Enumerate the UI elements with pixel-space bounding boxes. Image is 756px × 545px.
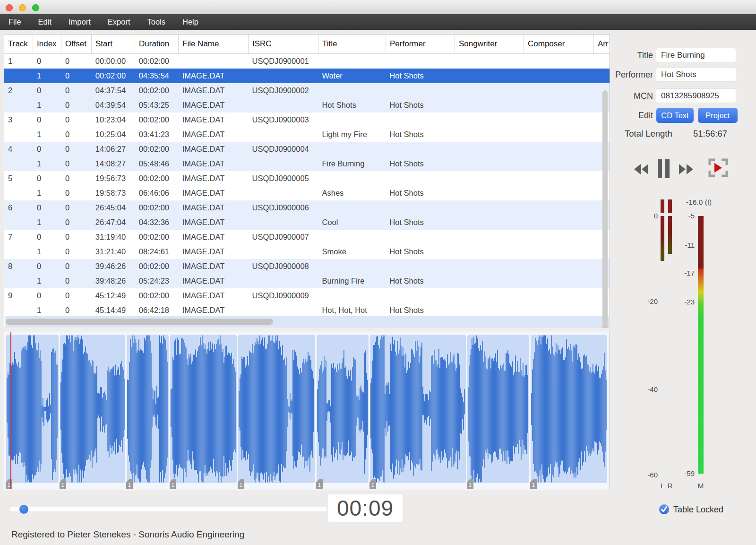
cell-title — [318, 259, 386, 274]
waveform-segment-track-5[interactable]: 1 — [238, 335, 315, 483]
project-button[interactable]: Project — [698, 108, 738, 123]
table-row[interactable]: 20004:37:5400:02:00IMAGE.DATUSQDJ0900002 — [4, 83, 610, 98]
checkmark-icon — [659, 504, 669, 514]
waveform-segment-track-3[interactable]: 1 — [127, 335, 169, 483]
table-row[interactable]: 50019:56:7300:02:00IMAGE.DATUSQDJ0900005 — [4, 171, 610, 186]
column-header-index[interactable]: Index — [33, 35, 61, 53]
table-row[interactable]: 10000:00:0000:02:00USQDJ0900001 — [4, 54, 610, 69]
table-row[interactable]: 1039:48:2605:24:23IMAGE.DATBurning FireH… — [4, 274, 610, 288]
waveform-segment-track-9[interactable]: 1 — [531, 335, 607, 483]
table-locked-checkbox[interactable] — [659, 504, 669, 514]
table-row[interactable]: 1004:39:5405:43:25IMAGE.DATHot ShotsHot … — [4, 98, 610, 112]
waveform-segment-track-6[interactable]: 1 — [317, 335, 369, 483]
cell-index: 1 — [33, 244, 61, 259]
table-row[interactable]: 40014:06:2700:02:00IMAGE.DATUSQDJ0900004 — [4, 142, 610, 156]
waveform-segment-track-1[interactable]: 1 — [6, 335, 59, 483]
cell-file-name: IMAGE.DAT — [179, 244, 249, 259]
cell-songwriter — [455, 303, 524, 318]
seek-slider-thumb[interactable] — [19, 505, 28, 514]
column-header-songwriter[interactable]: Songwriter — [455, 35, 524, 53]
cell-index: 1 — [33, 303, 61, 318]
table-row[interactable]: 1031:21:4008:24:61IMAGE.DATSmokeHot Shot… — [4, 244, 610, 259]
lr-scale-tick: -40 — [633, 385, 658, 393]
table-row[interactable]: 80039:46:2600:02:00IMAGE.DATUSQDJ0900008 — [4, 259, 610, 274]
rewind-button[interactable] — [634, 164, 649, 176]
menu-item-import[interactable]: Import — [60, 14, 99, 30]
performer-field[interactable] — [656, 67, 736, 82]
column-header-isrc[interactable]: ISRC — [249, 35, 318, 53]
playhead-cursor[interactable] — [10, 332, 11, 489]
table-row[interactable]: 90045:12:4900:02:00IMAGE.DATUSQDJ0900009 — [4, 288, 610, 303]
cell-start: 26:45:04 — [92, 200, 135, 215]
column-header-duration[interactable]: Duration — [135, 35, 179, 53]
waveform-panel: 111111111 — [4, 331, 610, 490]
cell-index: 1 — [33, 215, 61, 230]
column-header-performer[interactable]: Performer — [386, 35, 455, 53]
menu-item-file[interactable]: File — [0, 14, 30, 30]
fast-forward-button[interactable] — [679, 164, 694, 176]
table-locked-label: Table Locked — [673, 505, 723, 515]
cell-duration: 04:32:36 — [135, 215, 179, 230]
cell-start: 14:08:27 — [92, 156, 135, 171]
table-row[interactable]: 70031:19:4000:02:00IMAGE.DATUSQDJ0900007 — [4, 230, 610, 244]
seek-slider[interactable] — [9, 507, 327, 511]
mcn-field[interactable] — [656, 88, 736, 103]
cell-isrc: USQDJ0900007 — [249, 230, 318, 244]
cell-duration: 00:02:00 — [135, 112, 179, 127]
pause-button[interactable] — [658, 159, 670, 180]
menu-item-help[interactable]: Help — [174, 14, 207, 30]
clip-indicator-left — [661, 199, 664, 213]
cell-track: 4 — [4, 142, 33, 156]
table-row[interactable]: 1026:47:0404:32:36IMAGE.DATCoolHot Shots — [4, 215, 610, 230]
cell-file-name: IMAGE.DAT — [179, 303, 249, 318]
column-header-start[interactable]: Start — [92, 35, 135, 53]
menu-item-export[interactable]: Export — [99, 14, 139, 30]
cell-file-name: IMAGE.DAT — [179, 98, 249, 112]
cell-title: Ashes — [318, 186, 386, 200]
menu-item-tools[interactable]: Tools — [138, 14, 174, 30]
cell-songwriter — [455, 54, 524, 69]
column-header-track[interactable]: Track — [4, 35, 33, 53]
waveform-segment-track-4[interactable]: 1 — [170, 335, 237, 483]
menu-item-edit[interactable]: Edit — [30, 14, 60, 30]
m-scale-tick: -11 — [665, 241, 695, 249]
column-header-composer[interactable]: Composer — [524, 35, 594, 53]
cell-songwriter — [455, 230, 524, 244]
cd-text-button[interactable]: CD Text — [656, 108, 694, 123]
table-row[interactable]: 1010:25:0403:41:23IMAGE.DATLight my Fire… — [4, 127, 610, 142]
m-scale-tick: -17 — [665, 269, 695, 277]
cell-title — [318, 112, 386, 127]
cell-offset: 0 — [61, 186, 92, 200]
cell-offset: 0 — [61, 288, 92, 303]
waveform-segment-track-8[interactable]: 1 — [467, 335, 529, 483]
horizontal-scrollbar[interactable] — [5, 316, 609, 327]
close-button[interactable] — [6, 4, 13, 11]
column-header-title[interactable]: Title — [318, 35, 386, 53]
column-header-file-name[interactable]: File Name — [179, 35, 249, 53]
table-row[interactable]: 1019:58:7306:46:06IMAGE.DATAshesHot Shot… — [4, 186, 610, 200]
cell-track: 5 — [4, 171, 33, 186]
cell-title — [318, 142, 386, 156]
vertical-scrollbar-thumb[interactable] — [602, 90, 608, 328]
play-selection-button[interactable] — [708, 158, 729, 179]
column-header-offset[interactable]: Offset — [61, 35, 92, 53]
cell-duration: 05:24:23 — [135, 274, 179, 288]
table-row[interactable]: 1045:14:4906:42:18IMAGE.DATHot, Hot, Hot… — [4, 303, 610, 318]
table-row[interactable]: 1014:08:2705:48:46IMAGE.DATFire BurningH… — [4, 156, 610, 171]
cell-title — [318, 83, 386, 98]
cell-duration: 03:41:23 — [135, 127, 179, 142]
waveform-segment-track-7[interactable]: 1 — [370, 335, 466, 483]
cell-songwriter — [455, 186, 524, 200]
cell-composer — [524, 98, 593, 112]
horizontal-scrollbar-thumb[interactable] — [6, 319, 273, 325]
cell-performer — [386, 83, 455, 98]
table-row[interactable]: 30010:23:0400:02:00IMAGE.DATUSQDJ0900003 — [4, 112, 610, 127]
zoom-button[interactable] — [32, 4, 39, 11]
table-row[interactable]: 1000:02:0004:35:54IMAGE.DATWaterHot Shot… — [4, 69, 610, 83]
table-row[interactable]: 60026:45:0400:02:00IMAGE.DATUSQDJ0900006 — [4, 200, 610, 215]
cell-songwriter — [455, 83, 524, 98]
title-field[interactable] — [656, 48, 736, 62]
waveform-segment-track-2[interactable]: 1 — [60, 335, 125, 483]
minimize-button[interactable] — [19, 4, 26, 11]
cell-file-name: IMAGE.DAT — [179, 230, 249, 244]
